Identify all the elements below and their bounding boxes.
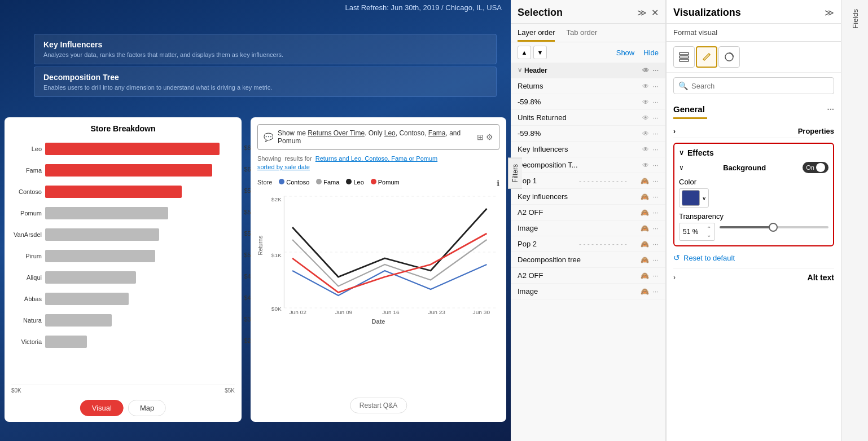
item-icons: 🙈··· xyxy=(641,208,659,217)
list-item[interactable]: Image🙈··· xyxy=(511,220,665,236)
eye-hidden-icon[interactable]: 🙈 xyxy=(641,177,649,185)
more-options-icon[interactable]: ··· xyxy=(652,271,659,280)
analytics-icon-btn[interactable] xyxy=(718,46,740,68)
bar-row: Victoria$2K xyxy=(11,332,235,352)
list-item[interactable]: Key Influencers👁··· xyxy=(511,142,665,157)
key-influencers-card[interactable]: Key Influencers Analyzes your data, rank… xyxy=(34,34,497,64)
more-options-icon[interactable]: ··· xyxy=(652,240,659,248)
eye-hidden-icon[interactable]: 🙈 xyxy=(641,209,649,217)
hide-button[interactable]: Hide xyxy=(643,48,659,57)
list-item[interactable]: Decomposition tree🙈··· xyxy=(511,252,665,268)
slider-thumb[interactable] xyxy=(769,223,778,232)
reset-row[interactable]: ↺ Reset to default xyxy=(673,253,834,262)
bar-row: Aliqui$4K xyxy=(11,267,235,288)
settings-icon[interactable]: ⚙ xyxy=(486,133,493,142)
more-options-icon[interactable]: ··· xyxy=(652,224,659,232)
list-item[interactable]: A2 OFF🙈··· xyxy=(511,268,665,284)
restart-qa-button[interactable]: Restart Q&A xyxy=(350,398,407,413)
list-item[interactable]: Pop 2- - - - - - - - - - - -🙈··· xyxy=(511,236,665,252)
alt-text-row[interactable]: › Alt text xyxy=(673,268,834,282)
eye-hidden-icon[interactable]: 🙈 xyxy=(641,193,649,201)
eye-visible-icon[interactable]: 👁 xyxy=(642,98,649,106)
eye-visible-icon[interactable]: 👁 xyxy=(642,67,649,74)
more-options-icon[interactable]: ··· xyxy=(652,82,659,90)
bar-fill xyxy=(45,228,159,241)
general-more-dots[interactable]: ··· xyxy=(827,104,834,114)
more-options-icon[interactable]: ··· xyxy=(652,113,659,122)
sorted-link: sorted by sale date xyxy=(257,164,310,170)
viz-panel-header: Visualizations ≫ xyxy=(667,0,841,24)
move-up-button[interactable]: ▲ xyxy=(518,46,531,59)
more-options-icon[interactable]: ··· xyxy=(652,66,659,74)
qa-input-bar[interactable]: 💬 Show me Returns Over Time. Only Leo, C… xyxy=(257,124,499,150)
list-item[interactable]: -59.8%👁··· xyxy=(511,94,665,110)
bar-container: $2K xyxy=(45,336,235,348)
list-item[interactable]: -59.8%👁··· xyxy=(511,126,665,142)
eye-hidden-icon[interactable]: 🙈 xyxy=(641,288,649,296)
more-options-icon[interactable]: ··· xyxy=(652,161,659,169)
percent-spinner-icon[interactable]: ⌃⌄ xyxy=(707,226,711,238)
item-icons: 🙈··· xyxy=(641,255,659,264)
viz-sub-header: Format visual xyxy=(667,24,841,42)
close-icon[interactable]: ✕ xyxy=(651,7,659,18)
eye-visible-icon[interactable]: 👁 xyxy=(642,82,649,90)
more-options-icon[interactable]: ··· xyxy=(652,255,659,264)
table-icon-btn[interactable] xyxy=(673,46,695,68)
eye-hidden-icon[interactable]: 🙈 xyxy=(641,224,649,232)
list-item[interactable]: Pop 1- - - - - - - - - - - -🙈··· xyxy=(511,173,665,189)
color-row: Color ∨ xyxy=(679,178,828,208)
list-item[interactable]: Image🙈··· xyxy=(511,284,665,299)
filters-tab[interactable]: Filters xyxy=(508,158,522,189)
tab-layer-order[interactable]: Layer order xyxy=(518,28,555,42)
eye-visible-icon[interactable]: 👁 xyxy=(642,161,649,169)
expand-icon[interactable]: ≫ xyxy=(637,7,647,18)
color-label: Color xyxy=(679,178,828,186)
percent-input[interactable]: 51 % ⌃⌄ xyxy=(679,223,715,241)
background-toggle[interactable]: On xyxy=(803,162,828,173)
selection-item-label: Header xyxy=(524,67,642,74)
eye-hidden-icon[interactable]: 🙈 xyxy=(641,240,649,248)
search-input[interactable] xyxy=(691,82,829,90)
bar-row: Abbas$4K xyxy=(11,289,235,309)
selection-item-label: Returns xyxy=(518,82,642,90)
list-item[interactable]: Key influencers🙈··· xyxy=(511,189,665,205)
copy-icon[interactable]: ⊞ xyxy=(477,133,484,142)
more-options-icon[interactable]: ··· xyxy=(652,98,659,106)
format-icon-btn[interactable] xyxy=(696,46,717,68)
tab-tab-order[interactable]: Tab order xyxy=(566,28,597,42)
list-item[interactable]: Units Returned👁··· xyxy=(511,110,665,126)
chart-legend: Store Contoso Fama Leo Pomum xyxy=(257,179,499,186)
properties-section-header[interactable]: › Properties xyxy=(673,124,834,138)
eye-visible-icon[interactable]: 👁 xyxy=(642,145,649,153)
list-item[interactable]: Returns👁··· xyxy=(511,78,665,94)
bar-fill xyxy=(45,250,155,262)
viz-header-icons: ≫ xyxy=(825,7,834,18)
map-tab-button[interactable]: Map xyxy=(128,400,166,416)
move-down-button[interactable]: ▼ xyxy=(533,46,547,59)
eye-hidden-icon[interactable]: 🙈 xyxy=(641,256,649,264)
eye-hidden-icon[interactable]: 🙈 xyxy=(641,272,649,280)
show-button[interactable]: Show xyxy=(616,48,635,57)
bar-label: Abbas xyxy=(11,296,45,302)
eye-visible-icon[interactable]: 👁 xyxy=(642,114,649,122)
color-dropdown[interactable]: ∨ xyxy=(679,188,709,208)
viz-expand-icon[interactable]: ≫ xyxy=(825,7,834,18)
list-item[interactable]: Decomposition T...👁··· xyxy=(511,157,665,173)
more-options-icon[interactable]: ··· xyxy=(652,129,659,138)
qa-link-returns: Returns Over Time xyxy=(308,129,365,137)
bar-chart: Leo$6KFama$6KContoso$5KPomum$5KVanArsdel… xyxy=(11,139,235,381)
show-hide-row: Show Hide xyxy=(616,48,659,57)
bar-container: $5K xyxy=(45,207,235,219)
visual-tab-button[interactable]: Visual xyxy=(80,400,124,416)
more-options-icon[interactable]: ··· xyxy=(652,177,659,185)
more-options-icon[interactable]: ··· xyxy=(652,287,659,296)
more-options-icon[interactable]: ··· xyxy=(652,192,659,201)
decomposition-tree-card[interactable]: Decomposition Tree Enables users to dril… xyxy=(34,67,497,97)
list-item[interactable]: A2 OFF🙈··· xyxy=(511,205,665,220)
more-options-icon[interactable]: ··· xyxy=(652,145,659,153)
fields-label[interactable]: Fields xyxy=(851,5,860,33)
list-item[interactable]: ∨Header👁··· xyxy=(511,63,665,78)
bar-row: VanArsdel$5K xyxy=(11,224,235,245)
more-options-icon[interactable]: ··· xyxy=(652,208,659,217)
eye-visible-icon[interactable]: 👁 xyxy=(642,130,649,138)
